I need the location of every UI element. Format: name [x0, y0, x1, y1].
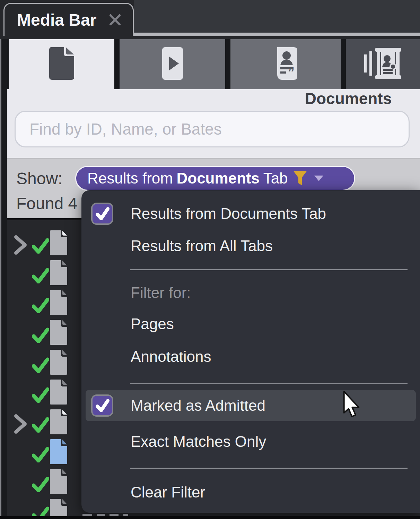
admitted-check-icon: [32, 387, 49, 404]
document-icon: [49, 320, 69, 347]
tab-video-clips[interactable]: [120, 39, 225, 89]
menu-item-results-from-all-tabs[interactable]: Results from All Tabs: [81, 231, 420, 261]
admitted-check-icon: [32, 476, 49, 494]
video-clip-icon: [161, 46, 184, 82]
tab-deposition-media[interactable]: [346, 39, 420, 89]
results-filter-dropdown-menu: Results from Documents Tab Results from …: [81, 190, 420, 513]
witness-transcript-icon: ”: [273, 46, 299, 82]
menu-section-header-filter-for: Filter for:: [81, 280, 420, 306]
funnel-icon: [292, 170, 308, 187]
checkbox-checked-icon[interactable]: [91, 394, 113, 417]
menu-item-pages[interactable]: Pages: [81, 311, 420, 337]
show-label: Show:: [16, 169, 62, 188]
menu-section-label: Filter for:: [131, 284, 191, 301]
menu-item-marked-as-admitted[interactable]: Marked as Admitted: [86, 390, 416, 421]
found-count-label: Found 4: [16, 194, 77, 213]
pill-text-emphasis: Documents: [177, 170, 260, 187]
panel-left-border: [1, 0, 7, 519]
results-filter-pill-button[interactable]: Results from Documents Tab: [75, 166, 355, 191]
active-tab-caption: Documents: [296, 89, 400, 108]
document-icon: [49, 469, 69, 496]
admitted-check-icon: [32, 327, 49, 344]
admitted-check-icon: [32, 446, 49, 464]
media-bar-tab-title: Media Bar: [17, 10, 96, 29]
deposition-media-icon: [364, 46, 402, 82]
checkbox-checked-icon[interactable]: [91, 203, 113, 225]
menu-item-annotations[interactable]: Annotations: [81, 343, 420, 370]
menu-item-label: Marked as Admitted: [131, 397, 265, 414]
admitted-check-icon: [32, 417, 49, 434]
arrow-cursor-icon: [342, 391, 361, 420]
menu-item-label: Pages: [131, 315, 174, 333]
document-icon: [49, 290, 69, 317]
document-icon: [49, 409, 69, 436]
admitted-check-icon: [32, 297, 49, 315]
menu-item-label: Annotations: [131, 348, 211, 365]
expand-chevron-icon[interactable]: [14, 414, 28, 435]
pill-text-prefix: Results from: [87, 170, 173, 187]
titlebar-right-background: [134, 0, 420, 33]
menu-item-exact-matches-only[interactable]: Exact Matches Only: [81, 427, 420, 457]
svg-text:”: ”: [288, 65, 295, 80]
menu-item-label: Results from Documents Tab: [131, 205, 326, 222]
expand-chevron-icon[interactable]: [14, 235, 28, 256]
search-input[interactable]: [15, 111, 410, 147]
filter-pill-text: Results from Documents Tab: [87, 170, 291, 187]
titlebar-divider-line: [133, 33, 420, 36]
document-icon: [49, 439, 69, 466]
media-bar-window-tab[interactable]: Media Bar: [3, 3, 134, 36]
menu-item-results-from-documents-tab[interactable]: Results from Documents Tab: [81, 199, 420, 229]
media-bar-panel: Media Bar: [0, 0, 420, 519]
document-icon: [49, 349, 69, 376]
admitted-check-icon: [32, 238, 49, 255]
caret-down-icon: [314, 176, 323, 181]
menu-divider: [130, 269, 408, 270]
menu-item-clear-filter[interactable]: Clear Filter: [81, 477, 420, 507]
document-icon: [49, 230, 69, 257]
menu-divider: [130, 468, 408, 469]
admitted-check-icon: [32, 357, 49, 374]
document-icon: [49, 260, 69, 287]
tab-witness-transcripts[interactable]: ”: [230, 39, 341, 89]
document-icon: [49, 379, 69, 406]
tab-documents[interactable]: [9, 39, 114, 89]
admitted-check-icon: [32, 267, 49, 285]
menu-item-label: Results from All Tabs: [131, 237, 273, 255]
documents-tab-content: Documents: [7, 88, 420, 158]
close-icon[interactable]: [107, 12, 123, 28]
menu-divider: [130, 383, 408, 384]
document-icon: [48, 46, 76, 82]
media-type-tab-strip: ”: [7, 39, 420, 89]
window-bottom-edge: [0, 516, 420, 519]
menu-item-label: Exact Matches Only: [131, 433, 266, 450]
menu-item-label: Clear Filter: [131, 484, 205, 501]
pill-text-suffix: Tab: [263, 170, 288, 187]
clipped-list-text: [82, 514, 128, 516]
